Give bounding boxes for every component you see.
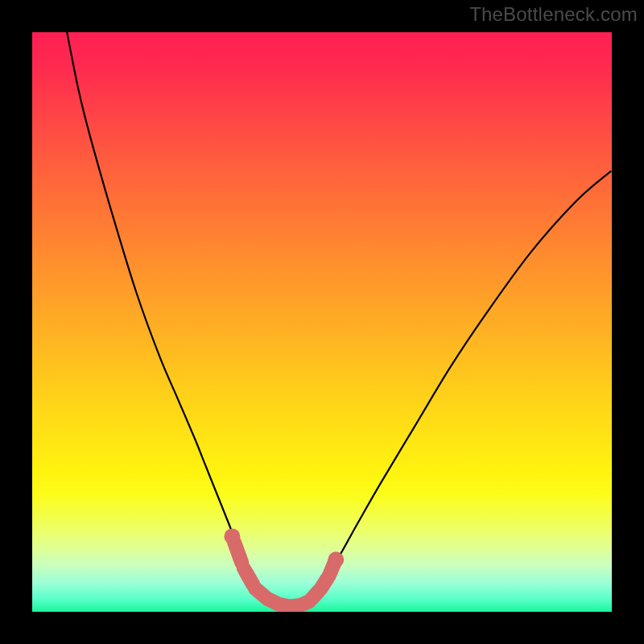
marker-dot (328, 551, 344, 568)
marker-dot (314, 581, 328, 596)
bottleneck-curve-path (67, 32, 610, 607)
bottleneck-curve-svg (32, 32, 612, 612)
marker-dot (302, 594, 316, 609)
marker-dot (322, 568, 336, 583)
marker-dot (248, 581, 262, 596)
marker-dot (224, 528, 240, 544)
watermark-text: TheBottleneck.com (469, 3, 638, 26)
plot-area (32, 32, 612, 612)
highlight-markers (224, 528, 344, 612)
marker-dot (237, 561, 251, 576)
marker-segment (234, 543, 242, 563)
chart-frame: TheBottleneck.com (0, 0, 644, 644)
